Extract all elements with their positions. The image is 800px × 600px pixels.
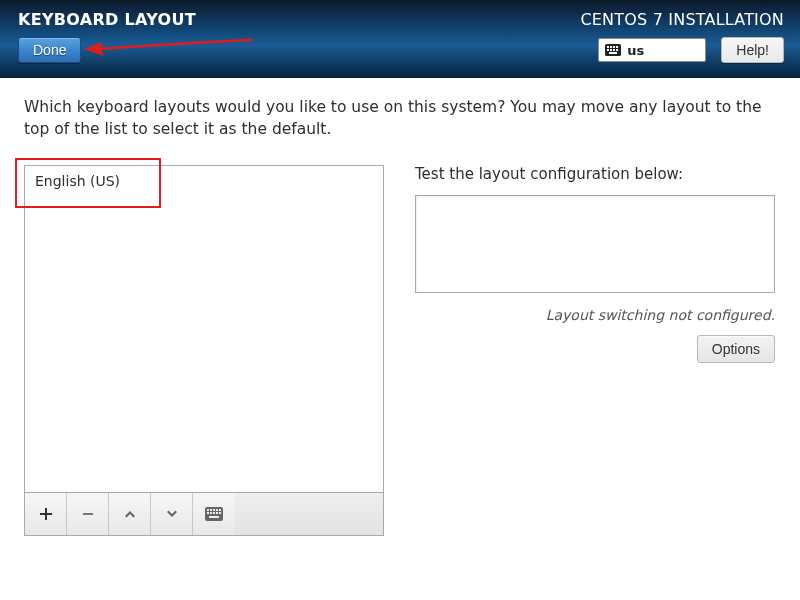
layout-list-item[interactable]: English (US) — [25, 166, 383, 195]
svg-rect-3 — [613, 46, 615, 48]
svg-rect-17 — [219, 509, 221, 511]
svg-rect-1 — [607, 46, 609, 48]
svg-rect-7 — [613, 49, 615, 51]
svg-rect-4 — [616, 46, 618, 48]
add-layout-button[interactable] — [25, 493, 67, 535]
svg-rect-23 — [209, 516, 219, 518]
plus-icon — [39, 507, 53, 521]
prompt-text: Which keyboard layouts would you like to… — [24, 96, 776, 141]
minus-icon — [81, 507, 95, 521]
svg-rect-14 — [210, 509, 212, 511]
svg-rect-15 — [213, 509, 215, 511]
layout-switching-note: Layout switching not configured. — [415, 307, 775, 323]
svg-rect-21 — [216, 512, 218, 514]
svg-rect-13 — [207, 509, 209, 511]
layout-toolbar — [24, 493, 384, 536]
help-button[interactable]: Help! — [721, 37, 784, 63]
remove-layout-button[interactable] — [67, 493, 109, 535]
svg-rect-8 — [616, 49, 618, 51]
svg-rect-19 — [210, 512, 212, 514]
svg-rect-20 — [213, 512, 215, 514]
header-bar: KEYBOARD LAYOUT CENTOS 7 INSTALLATION Do… — [0, 0, 800, 78]
spoke-title: KEYBOARD LAYOUT — [18, 10, 196, 29]
svg-rect-22 — [219, 512, 221, 514]
svg-rect-18 — [207, 512, 209, 514]
chevron-up-icon — [123, 507, 137, 521]
product-title: CENTOS 7 INSTALLATION — [580, 10, 784, 29]
current-layout-indicator[interactable]: us — [598, 38, 706, 62]
svg-rect-16 — [216, 509, 218, 511]
chevron-down-icon — [165, 507, 179, 521]
move-up-button[interactable] — [109, 493, 151, 535]
options-button[interactable]: Options — [697, 335, 775, 363]
svg-rect-9 — [609, 52, 617, 54]
test-layout-label: Test the layout configuration below: — [415, 165, 776, 183]
layout-listbox[interactable]: English (US) — [24, 165, 384, 493]
test-layout-input[interactable] — [415, 195, 775, 293]
keyboard-icon — [605, 44, 621, 56]
svg-rect-2 — [610, 46, 612, 48]
preview-layout-button[interactable] — [193, 493, 235, 535]
svg-rect-11 — [83, 513, 93, 515]
done-button[interactable]: Done — [18, 37, 81, 63]
current-layout-code: us — [627, 43, 644, 58]
svg-rect-6 — [610, 49, 612, 51]
keyboard-icon — [205, 507, 223, 521]
svg-rect-5 — [607, 49, 609, 51]
move-down-button[interactable] — [151, 493, 193, 535]
